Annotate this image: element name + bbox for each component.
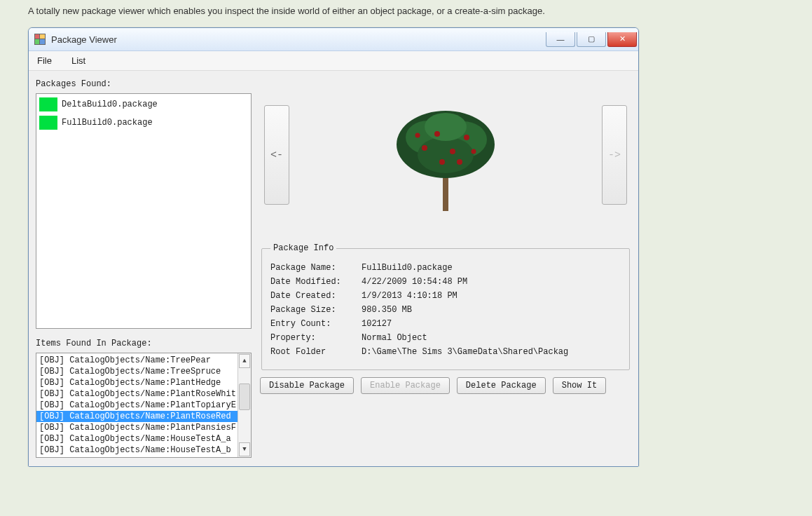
package-name: FullBuild0.package xyxy=(62,118,153,128)
list-item[interactable]: [OBJ] CatalogObjects/Name:PlantRoseWhit xyxy=(36,388,238,400)
info-row: Root FolderD:\Game\The Sims 3\GameData\S… xyxy=(270,347,621,357)
info-row: Property:Normal Object xyxy=(270,333,621,343)
list-item[interactable]: [OBJ] CatalogObjects/Name:TreeSpruce xyxy=(36,366,238,377)
svg-point-12 xyxy=(415,133,420,138)
menu-list[interactable]: List xyxy=(67,54,90,67)
app-window: Package Viewer — ▢ ✕ File List Packages … xyxy=(28,27,639,467)
package-row[interactable]: DeltaBuild0.package xyxy=(38,95,249,114)
disable-package-button[interactable]: Disable Package xyxy=(260,377,354,394)
list-item[interactable]: [OBJ] CatalogObjects/Name:PlantHedge xyxy=(36,377,238,388)
window-maximize-button[interactable]: ▢ xyxy=(577,32,606,47)
info-value: 102127 xyxy=(362,319,621,329)
preview-area: <- xyxy=(260,78,631,232)
info-key: Entry Count: xyxy=(270,319,362,329)
package-name: DeltaBuild0.package xyxy=(62,100,158,109)
list-item[interactable]: [OBJ] CatalogObjects/Name:PlantPansiesF xyxy=(36,422,238,433)
info-key: Package Name: xyxy=(270,263,362,273)
svg-point-7 xyxy=(434,131,440,137)
svg-point-8 xyxy=(450,149,455,154)
next-preview-button[interactable]: -> xyxy=(602,105,627,205)
info-value: FullBuild0.package xyxy=(362,263,621,273)
svg-point-10 xyxy=(439,159,445,165)
titlebar[interactable]: Package Viewer — ▢ ✕ xyxy=(29,28,638,51)
window-close-button[interactable]: ✕ xyxy=(607,32,637,47)
info-value: 1/9/2013 4:10:18 PM xyxy=(362,291,621,301)
package-row[interactable]: FullBuild0.package xyxy=(38,114,249,132)
enable-package-button[interactable]: Enable Package xyxy=(361,377,450,394)
info-row: Entry Count:102127 xyxy=(270,319,621,329)
show-it-button[interactable]: Show It xyxy=(553,377,606,394)
info-value: 980.350 MB xyxy=(362,305,621,315)
menu-bar: File List xyxy=(29,51,638,71)
app-icon xyxy=(34,34,46,45)
info-row: Date Created:1/9/2013 4:10:18 PM xyxy=(270,291,621,301)
packages-listbox[interactable]: DeltaBuild0.package FullBuild0.package xyxy=(36,93,252,329)
info-key: Package Size: xyxy=(270,305,362,315)
svg-point-9 xyxy=(464,135,469,140)
info-row: Package Name:FullBuild0.package xyxy=(270,263,621,273)
info-value: Normal Object xyxy=(362,333,621,343)
svg-point-6 xyxy=(422,145,427,151)
svg-point-11 xyxy=(457,159,462,165)
info-key: Date Modified: xyxy=(270,277,362,287)
info-key: Property: xyxy=(270,333,362,343)
package-info-legend: Package Info xyxy=(270,243,336,253)
items-scrollbar[interactable]: ▲ ▼ xyxy=(238,353,251,457)
scroll-up-icon[interactable]: ▲ xyxy=(239,354,250,368)
info-key: Root Folder xyxy=(270,347,362,357)
package-status-swatch xyxy=(39,116,57,130)
packages-found-label: Packages Found: xyxy=(36,79,252,89)
page-description: A totally new package viewer which enabl… xyxy=(0,0,812,27)
svg-point-5 xyxy=(425,113,467,141)
prev-preview-button[interactable]: <- xyxy=(264,105,289,205)
info-row: Package Size:980.350 MB xyxy=(270,305,621,315)
list-item[interactable]: [OBJ] CatalogObjects/Name:PlantRoseRed xyxy=(36,411,238,422)
window-title: Package Viewer xyxy=(51,34,117,45)
menu-file[interactable]: File xyxy=(33,54,56,67)
scroll-down-icon[interactable]: ▼ xyxy=(239,442,250,456)
info-value: D:\Game\The Sims 3\GameData\Shared\Packa… xyxy=(362,347,621,357)
list-item[interactable]: [OBJ] CatalogObjects/Name:PlantTopiaryE xyxy=(36,400,238,411)
info-value: 4/22/2009 10:54:48 PM xyxy=(362,277,621,287)
items-listbox[interactable]: [OBJ] CatalogObjects/Name:TreePear[OBJ] … xyxy=(36,353,252,458)
list-item[interactable]: [OBJ] CatalogObjects/Name:HouseTestA_a xyxy=(36,433,238,444)
svg-point-4 xyxy=(418,137,474,173)
items-found-label: Items Found In Package: xyxy=(36,339,252,348)
list-item[interactable]: [OBJ] CatalogObjects/Name:TreePear xyxy=(36,355,238,366)
svg-point-13 xyxy=(472,149,476,154)
list-item[interactable]: [OBJ] CatalogObjects/Name:HouseTestA_c xyxy=(36,456,238,457)
package-status-swatch xyxy=(39,97,57,111)
action-button-row: Disable Package Enable Package Delete Pa… xyxy=(260,377,631,394)
list-item[interactable]: [OBJ] CatalogObjects/Name:HouseTestA_b xyxy=(36,444,238,456)
window-minimize-button[interactable]: — xyxy=(546,32,575,47)
info-key: Date Created: xyxy=(270,291,362,301)
delete-package-button[interactable]: Delete Package xyxy=(457,377,546,394)
scroll-thumb[interactable] xyxy=(239,383,250,410)
info-row: Date Modified:4/22/2009 10:54:48 PM xyxy=(270,277,621,287)
tree-icon xyxy=(376,85,516,225)
package-info-group: Package Info Package Name:FullBuild0.pac… xyxy=(261,243,630,370)
preview-image xyxy=(376,85,516,225)
